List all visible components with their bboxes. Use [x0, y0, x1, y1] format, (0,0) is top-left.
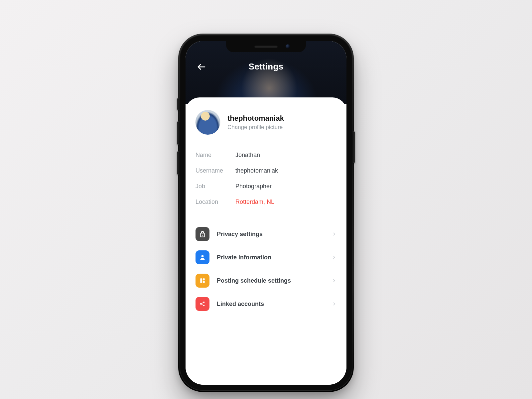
- phone-frame: Settings thephotomaniak Change profile p…: [180, 35, 352, 391]
- volume-up-button[interactable]: [177, 121, 179, 145]
- schedule-icon: [196, 274, 209, 288]
- menu-item-private-info[interactable]: Private information: [196, 246, 336, 269]
- field-label-location: Location: [196, 199, 235, 205]
- username-display: thephotomaniak: [227, 114, 284, 123]
- profile-fields: Name Jonathan Username thephotomaniak Jo…: [196, 152, 336, 205]
- menu-label: Private information: [217, 254, 325, 261]
- back-arrow-icon: [197, 62, 206, 72]
- back-button[interactable]: [195, 60, 208, 73]
- field-value-location[interactable]: Rotterdam, NL: [235, 199, 336, 205]
- chevron-right-icon: [332, 302, 336, 306]
- person-icon: [196, 250, 209, 264]
- speaker-grille: [254, 46, 278, 48]
- mute-switch[interactable]: [177, 98, 179, 110]
- front-camera: [286, 44, 290, 49]
- field-value-name[interactable]: Jonathan: [235, 152, 336, 159]
- divider: [196, 215, 336, 215]
- menu-label: Privacy settings: [217, 231, 325, 238]
- field-value-username[interactable]: thephotomaniak: [235, 167, 336, 174]
- settings-menu: Privacy settings Private information Pos…: [196, 222, 336, 316]
- share-icon: [196, 297, 209, 311]
- field-label-name: Name: [196, 152, 235, 159]
- field-label-job: Job: [196, 183, 235, 190]
- page-title: Settings: [249, 62, 284, 72]
- divider: [196, 319, 336, 319]
- menu-item-linked[interactable]: Linked accounts: [196, 292, 336, 316]
- avatar[interactable]: [196, 110, 220, 135]
- profile-header: thephotomaniak Change profile picture: [196, 110, 336, 135]
- chevron-right-icon: [332, 232, 336, 236]
- screen: Settings thephotomaniak Change profile p…: [186, 41, 346, 385]
- svg-rect-5: [203, 281, 205, 283]
- field-value-job[interactable]: Photographer: [235, 183, 336, 190]
- field-label-username: Username: [196, 167, 235, 174]
- divider: [196, 144, 336, 144]
- menu-item-schedule[interactable]: Posting schedule settings: [196, 269, 336, 292]
- power-button[interactable]: [353, 131, 355, 163]
- svg-point-2: [201, 255, 204, 257]
- notch: [226, 41, 306, 52]
- svg-rect-4: [203, 278, 205, 280]
- chevron-right-icon: [332, 255, 336, 260]
- lock-icon: [196, 227, 209, 241]
- chevron-right-icon: [332, 278, 336, 283]
- svg-rect-3: [200, 278, 202, 283]
- change-photo-link[interactable]: Change profile picture: [227, 124, 284, 131]
- volume-down-button[interactable]: [177, 151, 179, 175]
- menu-label: Linked accounts: [217, 301, 325, 308]
- settings-card: thephotomaniak Change profile picture Na…: [186, 97, 346, 385]
- menu-label: Posting schedule settings: [217, 277, 325, 284]
- menu-item-privacy[interactable]: Privacy settings: [196, 222, 336, 246]
